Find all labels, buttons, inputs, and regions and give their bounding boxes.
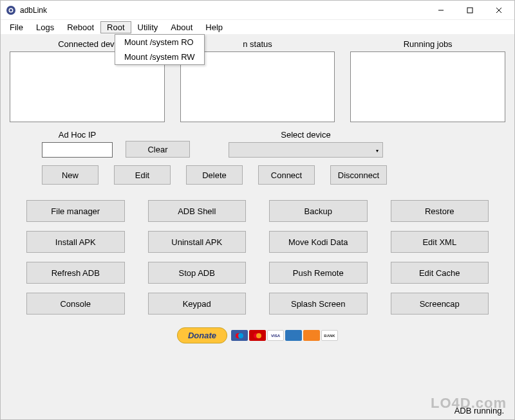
- minimize-button[interactable]: [426, 1, 455, 19]
- screencap-button[interactable]: Screencap: [391, 293, 489, 315]
- svg-rect-4: [467, 8, 473, 13]
- menu-logs[interactable]: Logs: [30, 21, 61, 33]
- edit-cache-button[interactable]: Edit Cache: [391, 262, 489, 284]
- root-dropdown: Mount /system RO Mount /system RW: [115, 34, 205, 65]
- content-area: Connected devi n status Running jobs Ad …: [1, 34, 514, 419]
- bank-card-icon: BANK: [321, 330, 338, 341]
- discover-card-icon: [303, 330, 320, 341]
- svg-point-8: [238, 333, 243, 338]
- splash-screen-button[interactable]: Splash Screen: [269, 293, 368, 315]
- menu-file[interactable]: File: [3, 21, 30, 33]
- clear-button[interactable]: Clear: [126, 141, 190, 158]
- running-jobs-label: Running jobs: [350, 39, 505, 49]
- file-manager-button[interactable]: File manager: [26, 200, 125, 222]
- adb-shell-button[interactable]: ADB Shell: [148, 200, 247, 222]
- status-text: ADB running.: [454, 406, 504, 415]
- menubar: File Logs Reboot Root Utility About Help…: [1, 20, 514, 34]
- move-kodi-data-button[interactable]: Move Kodi Data: [269, 231, 368, 253]
- push-remote-button[interactable]: Push Remote: [269, 262, 368, 284]
- window-controls: [426, 1, 513, 19]
- select-device-dropdown[interactable]: ▾: [229, 142, 383, 158]
- action-grid: File manager ADB Shell Backup Restore In…: [26, 200, 489, 315]
- maestro-card-icon: [231, 330, 248, 341]
- titlebar-left: adbLink: [6, 5, 47, 15]
- select-device-group: Select device ▾: [229, 130, 383, 158]
- backup-button[interactable]: Backup: [269, 200, 368, 222]
- edit-button[interactable]: Edit: [114, 165, 171, 185]
- menu-root[interactable]: Root: [100, 21, 131, 33]
- ip-row: Ad Hoc IP Clear Select device ▾: [42, 130, 505, 158]
- adhoc-ip-input[interactable]: [42, 142, 113, 158]
- refresh-adb-button[interactable]: Refresh ADB: [26, 262, 125, 284]
- uninstall-apk-button[interactable]: Uninstall APK: [148, 231, 247, 253]
- visa-card-icon: VISA: [267, 330, 284, 341]
- app-icon: [6, 5, 16, 15]
- titlebar: adbLink: [1, 1, 514, 20]
- amex-card-icon: [285, 330, 302, 341]
- console-button[interactable]: Console: [26, 293, 125, 315]
- svg-point-10: [256, 333, 261, 338]
- payment-cards: VISA BANK: [231, 330, 338, 341]
- chevron-down-icon: ▾: [376, 148, 379, 154]
- delete-button[interactable]: Delete: [186, 165, 243, 185]
- svg-point-2: [10, 9, 12, 12]
- menu-mount-ro[interactable]: Mount /system RO: [115, 35, 204, 50]
- restore-button[interactable]: Restore: [391, 200, 489, 222]
- new-button[interactable]: New: [42, 165, 98, 185]
- disconnect-button[interactable]: Disconnect: [330, 165, 387, 185]
- adhoc-group: Ad Hoc IP: [42, 130, 113, 158]
- edit-xml-button[interactable]: Edit XML: [391, 231, 489, 253]
- adhoc-ip-label: Ad Hoc IP: [59, 130, 97, 140]
- running-jobs-panel: Running jobs: [350, 39, 505, 122]
- window-title: adbLink: [20, 6, 47, 15]
- menu-reboot[interactable]: Reboot: [61, 21, 100, 33]
- donate-button[interactable]: Donate: [177, 327, 227, 343]
- stop-adb-button[interactable]: Stop ADB: [148, 262, 247, 284]
- install-apk-button[interactable]: Install APK: [26, 231, 125, 253]
- keypad-button[interactable]: Keypad: [148, 293, 247, 315]
- panels-row: Connected devi n status Running jobs: [10, 39, 505, 122]
- select-device-label: Select device: [281, 130, 330, 140]
- menu-utility[interactable]: Utility: [131, 21, 165, 33]
- main-window: adbLink File Logs Reboot Root Utility Ab…: [0, 0, 515, 420]
- running-jobs-list[interactable]: [350, 51, 505, 122]
- device-buttons-row: New Edit Delete Connect Disconnect: [42, 165, 505, 185]
- mastercard-icon: [249, 330, 266, 341]
- menu-about[interactable]: About: [164, 21, 199, 33]
- menu-mount-rw[interactable]: Mount /system RW: [115, 50, 204, 64]
- connect-button[interactable]: Connect: [258, 165, 315, 185]
- menu-help[interactable]: Help: [199, 21, 229, 33]
- maximize-button[interactable]: [455, 1, 484, 19]
- close-button[interactable]: [484, 1, 513, 19]
- donate-row: Donate VISA BANK: [10, 327, 505, 343]
